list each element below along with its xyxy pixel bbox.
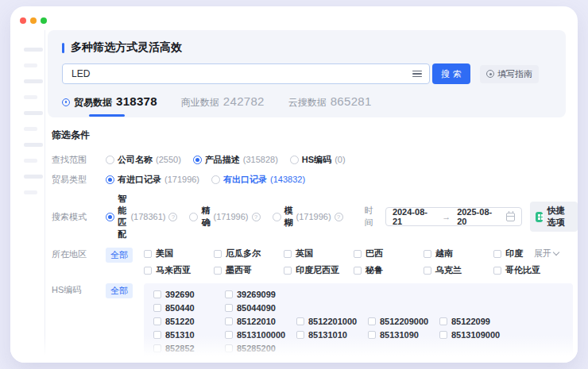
radio-export-records[interactable]: 有出口记录 (143832) <box>211 174 305 186</box>
hs-checkbox-item[interactable]: 392690 <box>153 290 225 299</box>
info-icon[interactable] <box>168 213 177 221</box>
radio-icon <box>273 213 281 221</box>
hs-checkbox-item[interactable]: 850440 <box>153 303 225 313</box>
country-checkbox-item[interactable]: 哥伦比亚 <box>493 264 563 276</box>
checkbox-icon <box>225 304 233 312</box>
checkbox-icon <box>153 304 161 312</box>
info-icon[interactable] <box>335 213 343 221</box>
search-button[interactable]: 搜索 <box>432 63 470 84</box>
tab-trade-data[interactable]: 贸易数据 318378 <box>62 94 157 117</box>
date-arrow: → <box>442 212 451 221</box>
info-icon[interactable] <box>252 213 261 221</box>
radio-smart-match[interactable]: 智能匹配 (178361) <box>106 193 177 240</box>
country-checkbox-item[interactable]: 厄瓜多尔 <box>214 248 284 259</box>
tab-count: 318378 <box>116 94 157 108</box>
hs-code-label: 8513109000 <box>451 330 500 340</box>
hs-checkbox-item[interactable]: 851310 <box>153 330 225 340</box>
radio-icon <box>290 156 299 164</box>
close-window-icon[interactable] <box>20 17 26 24</box>
hs-code-label: 852852 <box>165 344 195 353</box>
checkbox-icon <box>225 317 233 325</box>
country-checkbox-item[interactable]: 英国 <box>284 248 354 259</box>
country-checkbox-item[interactable]: 秘鲁 <box>354 264 424 276</box>
country-label: 越南 <box>435 248 453 259</box>
checkbox-icon <box>296 317 304 325</box>
region-all-tag[interactable]: 全部 <box>106 248 133 263</box>
hs-code-label: 85285200 <box>237 344 276 353</box>
date-range-input[interactable]: 2024-08-21 → 2025-08-20 <box>385 207 522 226</box>
hs-code-label: 85122099 <box>451 317 490 326</box>
country-checkbox-item[interactable]: 印度尼西亚 <box>284 264 354 276</box>
country-label: 马来西亚 <box>156 264 191 276</box>
expand-button[interactable]: 展开 <box>534 248 559 259</box>
radio-fuzzy-match[interactable]: 模糊 (171996) <box>273 205 343 229</box>
country-checkbox-item[interactable]: 巴西 <box>354 248 424 259</box>
tab-cloud-search-data[interactable]: 云搜数据 865281 <box>288 94 372 117</box>
checkbox-icon <box>424 250 431 258</box>
country-label: 印度 <box>505 248 523 259</box>
guide-label: 填写指南 <box>497 68 532 80</box>
search-input[interactable] <box>72 68 412 79</box>
hs-checkbox-item[interactable]: 8512209000 <box>368 317 439 326</box>
hs-checkbox-item[interactable]: 85285200 <box>225 344 296 353</box>
hs-checkbox-item[interactable]: 851220 <box>153 317 225 326</box>
panel-title: 多种筛选方式灵活高效 <box>62 40 566 55</box>
radio-hs-code[interactable]: HS编码 (0) <box>290 154 346 166</box>
radio-icon <box>106 156 114 164</box>
radio-import-records[interactable]: 有进口记录 (171996) <box>106 174 199 186</box>
minimize-window-icon[interactable] <box>30 17 37 24</box>
country-label: 墨西哥 <box>226 264 252 276</box>
filter-lines-icon[interactable] <box>412 71 422 78</box>
checkbox-icon <box>144 267 152 275</box>
hs-checkbox-item[interactable]: 852859 <box>153 357 225 363</box>
fill-guide-button[interactable]: 填写指南 <box>480 65 539 83</box>
title-accent-bar <box>62 43 64 53</box>
country-checkbox-item[interactable]: 马来西亚 <box>144 264 214 276</box>
hs-checkbox-item[interactable]: 8513109000 <box>439 330 511 340</box>
radio-product-description[interactable]: 产品描述 (315828) <box>193 154 278 166</box>
tab-count: 242782 <box>223 94 265 108</box>
row-trade-type: 贸易类型 有进口记录 (171996) 有出口记录 (143832) <box>45 173 578 186</box>
row-label: 搜索模式 <box>52 210 106 223</box>
hs-checkbox-item[interactable]: 39269099 <box>225 290 296 299</box>
row-label: 贸易类型 <box>52 173 106 186</box>
radio-exact-match[interactable]: 精确 (171996) <box>189 205 260 229</box>
hs-checkbox-item[interactable]: 85122010 <box>225 317 296 326</box>
hs-checkbox-item[interactable]: 85285910 <box>225 357 296 363</box>
hs-row: 39269039269099 <box>153 287 573 301</box>
hs-all-tag[interactable]: 全部 <box>106 283 133 298</box>
checkbox-icon <box>153 358 161 363</box>
hs-checkbox-item[interactable]: 85044090 <box>225 303 296 313</box>
page-title: 多种筛选方式灵活高效 <box>71 40 182 55</box>
main-content: 多种筛选方式灵活高效 搜索 填写指南 贸易数据 318378 <box>45 6 578 363</box>
country-checkbox-item[interactable]: 乌克兰 <box>424 264 493 276</box>
hs-code-label: 85131090 <box>380 330 419 340</box>
checkbox-icon <box>424 267 431 275</box>
hs-checkbox-item[interactable]: 8512201000 <box>296 317 368 326</box>
search-box[interactable] <box>62 63 430 84</box>
country-checkbox-item[interactable]: 墨西哥 <box>214 264 284 276</box>
calendar-icon <box>506 213 515 221</box>
radio-icon <box>211 175 220 184</box>
hs-checkbox-item[interactable]: 8513100000 <box>225 330 296 340</box>
hs-row: 85285285285200 <box>153 341 573 355</box>
country-checkbox-item[interactable]: 越南 <box>424 248 493 259</box>
hs-checkbox-item[interactable]: 85131010 <box>296 330 368 340</box>
country-label: 英国 <box>296 248 313 259</box>
radio-company-name[interactable]: 公司名称 (2550) <box>106 154 181 166</box>
checkbox-icon <box>225 358 233 363</box>
hs-codes-panel: 39269039269099 85044085044090 8512208512… <box>144 283 573 363</box>
row-label: HS编码 <box>52 283 106 296</box>
hs-checkbox-item[interactable]: 85122099 <box>439 317 511 326</box>
time-label: 时间 <box>365 205 377 229</box>
checkbox-icon <box>354 267 362 275</box>
hs-checkbox-item[interactable]: 85131090 <box>368 330 439 340</box>
hs-codes-area: 39269039269099 85044085044090 8512208512… <box>144 283 578 363</box>
tab-business-data[interactable]: 商业数据 242782 <box>181 94 265 117</box>
country-label: 秘鲁 <box>366 264 383 276</box>
quick-options-button[interactable]: 快捷选项 <box>530 202 578 232</box>
hs-row: 85044085044090 <box>153 301 573 314</box>
hs-checkbox-item[interactable]: 852852 <box>153 344 225 353</box>
country-checkbox-item[interactable]: 美国 <box>144 248 214 259</box>
radio-selected-icon <box>106 213 114 221</box>
